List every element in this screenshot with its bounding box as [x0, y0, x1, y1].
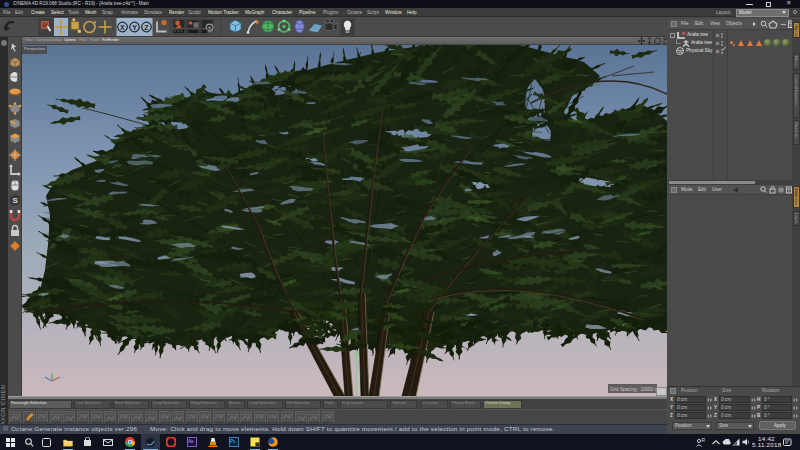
- svg-text:Z: Z: [144, 24, 149, 31]
- svg-text:X: X: [120, 24, 125, 31]
- svg-text:R: R: [702, 438, 706, 443]
- svg-text:Grid Spacing : 10000 cm: Grid Spacing : 10000 cm: [610, 387, 661, 392]
- svg-text:Y: Y: [132, 24, 137, 31]
- svg-text:S: S: [13, 196, 19, 205]
